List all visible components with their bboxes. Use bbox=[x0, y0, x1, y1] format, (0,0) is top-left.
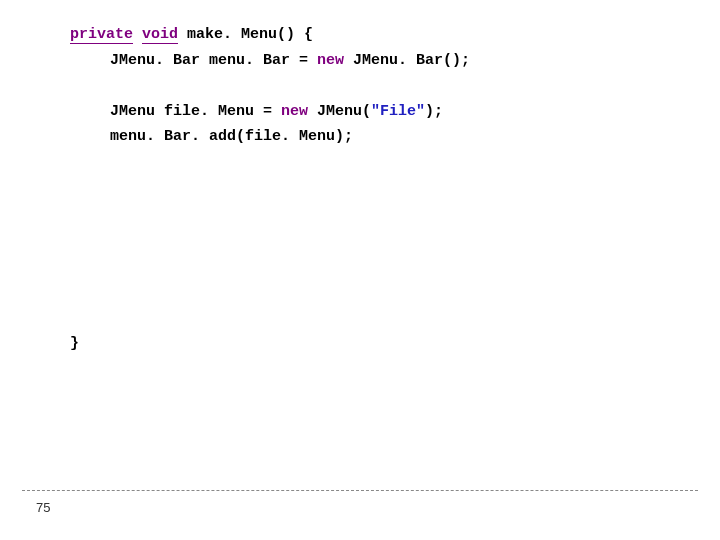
line3-pre: JMenu file. Menu = bbox=[110, 103, 281, 120]
closing-brace: } bbox=[70, 335, 79, 352]
decl-rest: make. Menu() { bbox=[178, 26, 313, 43]
line3-mid: JMenu( bbox=[308, 103, 371, 120]
slide: private void make. Menu() { JMenu. Bar m… bbox=[0, 0, 720, 540]
footer-divider bbox=[22, 490, 698, 491]
keyword-new: new bbox=[281, 103, 308, 120]
string-literal: "File" bbox=[371, 103, 425, 120]
code-line-4: menu. Bar. add(file. Menu); bbox=[70, 124, 670, 150]
code-line-3: JMenu file. Menu = new JMenu("File"); bbox=[70, 99, 670, 125]
code-line-decl: private void make. Menu() { bbox=[70, 22, 670, 48]
line2-post: JMenu. Bar(); bbox=[344, 52, 470, 69]
blank-line-1 bbox=[70, 73, 670, 99]
line2-pre: JMenu. Bar menu. Bar = bbox=[110, 52, 317, 69]
keyword-private: private bbox=[70, 26, 133, 44]
line3-post: ); bbox=[425, 103, 443, 120]
keyword-void: void bbox=[142, 26, 178, 44]
code-line-2: JMenu. Bar menu. Bar = new JMenu. Bar(); bbox=[70, 48, 670, 74]
keyword-new: new bbox=[317, 52, 344, 69]
page-number: 75 bbox=[36, 500, 50, 515]
code-block: private void make. Menu() { JMenu. Bar m… bbox=[70, 22, 670, 150]
line4: menu. Bar. add(file. Menu); bbox=[110, 128, 353, 145]
